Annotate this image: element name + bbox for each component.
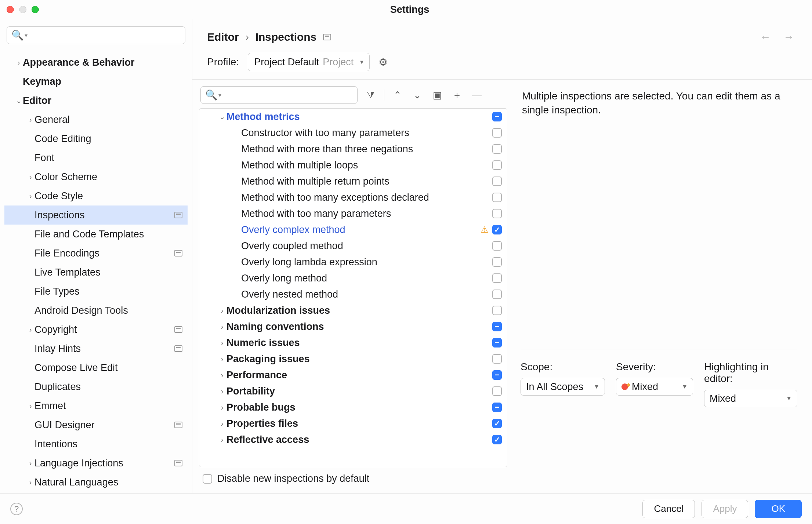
sidebar-item[interactable]: ›Appearance & Behavior xyxy=(4,53,188,72)
inspection-group[interactable]: ›Reflective access xyxy=(199,432,507,448)
tree-arrow-icon: › xyxy=(26,325,35,334)
help-button[interactable]: ? xyxy=(10,503,23,515)
inspection-group[interactable]: ›Numeric issues xyxy=(199,335,507,351)
sidebar-item[interactable]: File and Code Templates xyxy=(4,225,188,244)
expand-all-icon[interactable]: ⌃ xyxy=(391,90,404,101)
inspection-group[interactable]: ›Probable bugs xyxy=(199,399,507,415)
sidebar-item[interactable]: ›General xyxy=(4,110,188,129)
sidebar-item[interactable]: Intentions xyxy=(4,434,188,454)
inspection-item[interactable]: Method with too many parameters xyxy=(199,205,507,222)
inspection-group[interactable]: ⌄Method metrics xyxy=(199,109,507,125)
sidebar-item[interactable]: ›Code Style xyxy=(4,186,188,205)
sidebar-item[interactable]: Font xyxy=(4,148,188,167)
inspection-label: Performance xyxy=(226,370,492,381)
sidebar-item[interactable]: Duplicates xyxy=(4,377,188,396)
ok-button[interactable]: OK xyxy=(755,500,802,518)
back-button[interactable]: ← xyxy=(757,31,774,43)
inspection-group[interactable]: ›Packaging issues xyxy=(199,351,507,367)
inspection-checkbox[interactable] xyxy=(492,209,502,218)
inspection-group[interactable]: ›Portability xyxy=(199,383,507,399)
filter-icon[interactable]: ⧩ xyxy=(364,90,377,101)
inspection-checkbox[interactable] xyxy=(492,322,502,331)
inspection-item[interactable]: Method with multiple return points xyxy=(199,173,507,189)
inspection-checkbox[interactable] xyxy=(492,338,502,347)
inspection-label: Overly long lambda expression xyxy=(241,256,492,268)
sidebar-item[interactable]: ›Natural Languages xyxy=(4,473,188,489)
inspection-checkbox[interactable] xyxy=(492,177,502,186)
sidebar-item[interactable]: File Encodings xyxy=(4,244,188,263)
cancel-button[interactable]: Cancel xyxy=(642,500,695,518)
sidebar-item[interactable]: Inspections xyxy=(4,205,188,225)
inspection-item[interactable]: Overly nested method xyxy=(199,286,507,302)
sidebar-item[interactable]: ›Color Scheme xyxy=(4,167,188,186)
inspection-checkbox[interactable] xyxy=(492,193,502,202)
inspection-item[interactable]: Overly coupled method xyxy=(199,238,507,254)
sidebar-item[interactable]: ⌄Editor xyxy=(4,91,188,110)
sidebar-item[interactable]: Live Templates xyxy=(4,263,188,282)
inspection-checkbox[interactable] xyxy=(492,241,502,251)
inspection-checkbox[interactable] xyxy=(492,112,502,121)
reset-icon[interactable]: ▣ xyxy=(431,90,444,101)
sidebar-item[interactable]: ›Copyright xyxy=(4,320,188,339)
inspection-checkbox[interactable] xyxy=(492,403,502,412)
sidebar-item-label: Emmet xyxy=(35,400,182,412)
inspection-checkbox[interactable] xyxy=(492,386,502,396)
inspection-item[interactable]: Method with more than three negations xyxy=(199,141,507,157)
inspections-search[interactable]: 🔍 ▾ xyxy=(200,86,358,104)
sidebar-item[interactable]: Inlay Hints xyxy=(4,339,188,358)
sidebar-item[interactable]: File Types xyxy=(4,282,188,301)
forward-button[interactable]: → xyxy=(780,31,797,43)
inspection-checkbox[interactable] xyxy=(492,128,502,138)
inspection-checkbox[interactable] xyxy=(492,370,502,380)
inspection-group[interactable]: ›Naming conventions xyxy=(199,319,507,335)
inspection-item[interactable]: Overly long lambda expression xyxy=(199,254,507,270)
inspection-checkbox[interactable] xyxy=(492,144,502,154)
sidebar-item[interactable]: GUI Designer xyxy=(4,415,188,434)
scope-select[interactable]: In All Scopes ▼ xyxy=(521,378,605,396)
sidebar-item[interactable]: Compose Live Edit xyxy=(4,358,188,377)
inspection-checkbox[interactable] xyxy=(492,290,502,299)
severity-select[interactable]: ◆ Mixed ▼ xyxy=(616,378,693,396)
inspection-item[interactable]: Constructor with too many parameters xyxy=(199,125,507,141)
tree-arrow-icon: › xyxy=(26,402,35,410)
sidebar-item-label: Language Injections xyxy=(35,458,174,469)
disable-new-checkbox[interactable] xyxy=(203,474,212,484)
add-icon[interactable]: ＋ xyxy=(450,89,464,102)
inspection-item[interactable]: Method with multiple loops xyxy=(199,157,507,173)
sidebar-search[interactable]: 🔍 ▾ xyxy=(7,26,185,44)
inspection-group[interactable]: ›Modularization issues xyxy=(199,302,507,319)
inspection-item[interactable]: Overly long method xyxy=(199,270,507,286)
inspection-checkbox[interactable] xyxy=(492,306,502,315)
sidebar-item[interactable]: ›Language Injections xyxy=(4,454,188,473)
inspection-checkbox[interactable] xyxy=(492,273,502,283)
inspection-checkbox[interactable] xyxy=(492,435,502,444)
sidebar-item[interactable]: ›Emmet xyxy=(4,396,188,415)
inspection-checkbox[interactable] xyxy=(492,160,502,170)
inspection-label: Method with too many parameters xyxy=(241,208,492,219)
breadcrumb-editor[interactable]: Editor xyxy=(207,31,239,43)
inspection-item[interactable]: Overly complex method⚠︎ xyxy=(199,222,507,238)
inspection-label: Overly complex method xyxy=(241,224,481,236)
inspection-checkbox[interactable] xyxy=(492,225,502,234)
sidebar-item[interactable]: Android Design Tools xyxy=(4,301,188,320)
collapse-all-icon[interactable]: ⌄ xyxy=(411,90,424,101)
inspection-checkbox[interactable] xyxy=(492,419,502,428)
sidebar-item[interactable]: Keymap xyxy=(4,72,188,91)
inspection-label: Modularization issues xyxy=(226,305,492,316)
disable-new-label: Disable new inspections by default xyxy=(217,473,369,484)
inspection-group[interactable]: ›Performance xyxy=(199,367,507,383)
highlight-value: Mixed xyxy=(710,393,736,404)
minimize-window-button[interactable] xyxy=(19,6,26,13)
close-window-button[interactable] xyxy=(7,6,14,13)
gear-icon[interactable]: ⚙︎ xyxy=(378,56,388,68)
highlight-select[interactable]: Mixed ▼ xyxy=(704,390,797,407)
zoom-window-button[interactable] xyxy=(32,6,39,13)
sidebar-item[interactable]: Code Editing xyxy=(4,129,188,148)
sidebar-item-label: Copyright xyxy=(35,324,174,335)
profile-select[interactable]: Project Default Project ▾ xyxy=(248,53,370,71)
inspection-checkbox[interactable] xyxy=(492,354,502,364)
inspection-checkbox[interactable] xyxy=(492,257,502,267)
inspection-group[interactable]: ›Properties files xyxy=(199,415,507,432)
breadcrumb-inspections: Inspections xyxy=(255,31,317,43)
inspection-item[interactable]: Method with too many exceptions declared xyxy=(199,189,507,205)
